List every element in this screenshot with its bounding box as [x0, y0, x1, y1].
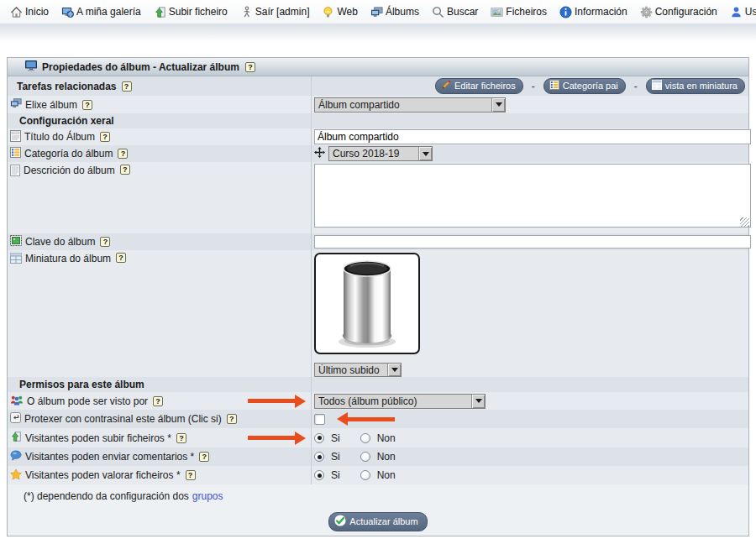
thumbnail-view-button[interactable]: vista en miniatura — [646, 78, 745, 94]
album-properties-panel: Propiedades do álbum - Actualizar álbum … — [7, 57, 749, 536]
album-keyword-input[interactable] — [314, 235, 751, 249]
resize-handle-icon[interactable] — [740, 217, 749, 227]
nav-item-configuracion[interactable]: Configuración — [640, 6, 717, 18]
separator: - — [528, 81, 538, 92]
album-title-label: Título do Álbum — [24, 131, 95, 143]
metal-cylinder-image — [331, 255, 403, 352]
select-value: Álbum compartido — [315, 99, 491, 111]
radio-label-si: Si — [331, 451, 340, 463]
thumbnail-grid-icon — [652, 80, 662, 92]
home-icon — [10, 6, 23, 18]
help-icon[interactable]: ? — [186, 470, 196, 480]
panel-title-bar: Propiedades do álbum - Actualizar álbum … — [8, 58, 748, 76]
visitors-upload-radio-si[interactable] — [314, 433, 324, 443]
help-icon[interactable]: ? — [82, 100, 92, 110]
thumbnail-sort-select[interactable]: Último subido — [314, 363, 402, 377]
albums-icon — [370, 6, 383, 18]
help-icon[interactable]: ? — [245, 62, 255, 72]
chevron-down-icon — [387, 364, 401, 376]
nav-item-a-mina-galeria[interactable]: A miña galería — [61, 6, 141, 18]
nav-item-inicio[interactable]: Inicio — [10, 6, 49, 18]
help-icon[interactable]: ? — [153, 396, 163, 406]
help-icon[interactable]: ? — [100, 132, 110, 142]
nav-item-informacion[interactable]: Información — [559, 6, 627, 18]
nav-item-sair-admin[interactable]: Saír [admin] — [240, 6, 310, 18]
row-permissions-header: Permisos para este álbum — [8, 377, 748, 392]
help-icon[interactable]: ? — [122, 81, 132, 92]
visitors-upload-radio-non[interactable] — [360, 433, 370, 443]
album-description-textarea[interactable] — [314, 164, 751, 228]
row-visitors-comment: Visitantes poden enviar comentarios * ? … — [8, 447, 748, 466]
nav-label: A miña galería — [76, 6, 141, 18]
album-category-select[interactable]: Curso 2018-19 — [328, 146, 433, 161]
files-icon — [491, 6, 503, 18]
page-title: Propiedades do álbum - Actualizar álbum — [42, 61, 239, 73]
pencil-icon — [441, 80, 451, 92]
help-icon[interactable]: ? — [199, 452, 209, 462]
enter-key-icon — [10, 412, 21, 426]
row-footnote: (*) dependendo da configuración dos grup… — [8, 484, 748, 508]
album-thumbnail-preview[interactable] — [314, 253, 420, 354]
visitors-comment-radio-si[interactable] — [314, 452, 324, 462]
parent-category-button[interactable]: Categoría pai — [543, 78, 626, 94]
separator: - — [631, 81, 641, 92]
help-icon[interactable]: ? — [116, 253, 126, 263]
row-password-protect: Protexer con contrasinal este álbum (Cli… — [8, 410, 748, 428]
button-label: vista en miniatura — [665, 81, 738, 91]
help-icon[interactable]: ? — [118, 149, 128, 159]
visitors-rate-radio-non[interactable] — [360, 470, 370, 480]
nav-item-usuarios[interactable]: Usuarios — [730, 6, 756, 18]
help-icon[interactable]: ? — [100, 237, 110, 247]
move-icon[interactable] — [314, 147, 325, 160]
category-list-icon — [10, 147, 21, 160]
nav-item-buscar[interactable]: Buscar — [432, 6, 478, 18]
update-album-button[interactable]: Actualizar álbum — [328, 512, 427, 531]
nav-label: Buscar — [447, 6, 478, 18]
footnote-text: (*) dependendo da configuración dos — [24, 490, 189, 502]
nav-label: Saír [admin] — [255, 6, 310, 18]
button-label: Actualizar álbum — [349, 516, 417, 526]
help-icon[interactable]: ? — [227, 414, 237, 424]
row-submit: Actualizar álbum — [8, 508, 748, 536]
visitors-rate-label: Visitantes poden valorar ficheiros * — [25, 469, 181, 481]
groups-link[interactable]: grupos — [192, 490, 223, 502]
nav-item-ficheiros[interactable]: Ficheiros — [491, 6, 547, 18]
category-list-icon — [549, 80, 559, 92]
monitor-icon — [24, 60, 38, 74]
password-protect-label: Protexer con contrasinal este álbum (Cli… — [24, 413, 222, 425]
nav-label: Web — [337, 6, 357, 18]
visitors-comment-radio-non[interactable] — [360, 452, 370, 462]
row-album-keyword: Clave do álbum ? — [8, 233, 748, 250]
choose-album-label: Elixe álbum — [25, 99, 77, 111]
edit-files-button[interactable]: Editar ficheiros — [435, 78, 523, 94]
nav-label: Información — [575, 6, 627, 18]
row-choose-album: Elixe álbum ? Álbum compartido — [8, 96, 748, 113]
select-value: Curso 2018-19 — [329, 148, 418, 160]
radio-label-non: Non — [377, 469, 396, 481]
visible-to-select[interactable]: Todos (álbum público) — [314, 394, 486, 409]
album-description-label: Descrición do álbum — [24, 165, 115, 176]
general-config-header: Configuración xeral — [10, 115, 114, 127]
pointer-arrow-right — [248, 395, 306, 408]
nav-label: Ficheiros — [506, 6, 547, 18]
nav-label: Usuarios — [745, 6, 756, 18]
album-category-label: Categoría do álbum — [24, 148, 113, 160]
visitors-rate-radio-si[interactable] — [314, 470, 324, 480]
help-icon[interactable]: ? — [120, 165, 130, 175]
help-icon[interactable]: ? — [176, 433, 186, 443]
radio-label-non: Non — [377, 451, 396, 463]
button-label: Editar ficheiros — [454, 81, 516, 91]
choose-album-select[interactable]: Álbum compartido — [314, 97, 506, 113]
pointer-arrow-left — [337, 412, 395, 426]
nav-item-subir-ficheiro[interactable]: Subir ficheiro — [154, 6, 228, 18]
row-album-thumbnail: Miniatura do álbum ? — [8, 250, 748, 377]
text-lines-icon — [10, 165, 20, 179]
password-protect-checkbox[interactable] — [314, 414, 325, 425]
top-navigation: Inicio A miña galería Subir ficheiro Saí… — [0, 0, 756, 24]
logout-icon — [240, 6, 253, 18]
check-icon — [334, 515, 346, 528]
nav-item-web[interactable]: Web — [322, 6, 357, 18]
nav-item-albums[interactable]: Álbums — [370, 6, 419, 18]
visible-to-label: O álbum pode ser visto por — [27, 395, 148, 407]
album-title-input[interactable] — [314, 129, 751, 144]
